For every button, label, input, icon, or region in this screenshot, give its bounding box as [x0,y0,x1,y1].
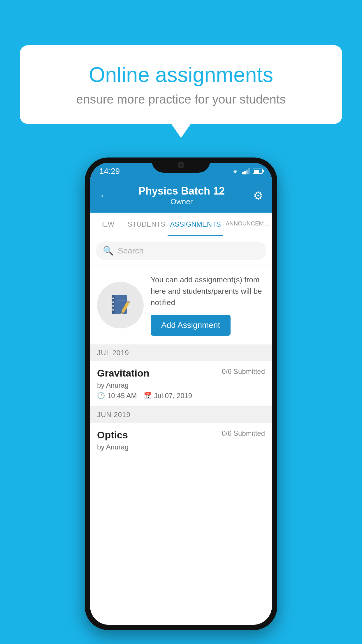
tab-iew[interactable]: IEW [90,213,125,236]
assignment-date-gravitation: 📅 Jul 07, 2019 [144,392,192,400]
clock-icon: 🕐 [97,392,105,400]
assignment-meta-gravitation: 🕐 10:45 AM 📅 Jul 07, 2019 [97,392,265,400]
settings-icon[interactable]: ⚙ [253,189,263,202]
tab-assignments[interactable]: ASSIGNMENTS [168,213,223,236]
speech-bubble-subtitle: ensure more practice for your students [43,92,319,106]
promo-icon-circle [97,282,144,328]
promo-section: You can add assignment(s) from here and … [90,265,272,345]
svg-point-4 [112,305,114,307]
assignment-top-row: Gravitation 0/6 Submitted [97,368,265,379]
back-button[interactable]: ← [99,189,110,202]
signal-bars-icon [242,168,250,174]
phone-container: 14:29 [85,158,277,630]
promo-description: You can add assignment(s) from here and … [151,274,265,308]
phone-screen: 14:29 [90,163,272,625]
speech-bubble-title: Online assignments [43,63,319,87]
status-time: 14:29 [99,167,120,176]
assignment-by-optics: by Anurag [97,443,265,451]
app-header: ← Physics Batch 12 Owner ⚙ [90,180,272,213]
add-assignment-button[interactable]: Add Assignment [151,315,231,336]
notebook-icon [107,292,133,318]
phone-notch [152,158,210,173]
assignment-submitted-gravitation: 0/6 Submitted [222,368,265,376]
batch-title: Physics Batch 12 [138,185,225,197]
search-container: 🔍 Search [90,236,272,265]
status-icons [231,168,263,174]
speech-bubble-container: Online assignments ensure more practice … [20,45,342,124]
assignment-submitted-optics: 0/6 Submitted [222,429,265,438]
tabs-container: IEW STUDENTS ASSIGNMENTS ANNOUNCEM… [90,213,272,236]
calendar-icon: 📅 [144,392,152,400]
tab-students[interactable]: STUDENTS [125,213,168,236]
search-input-wrapper[interactable]: 🔍 Search [96,242,266,260]
phone-camera [178,162,184,168]
assignment-title-gravitation: Gravitation [97,368,149,379]
assignment-title-optics: Optics [97,429,128,441]
assignment-by-gravitation: by Anurag [97,381,265,389]
section-header-jun2019: JUN 2019 [90,407,272,423]
svg-point-3 [112,301,114,303]
header-title-area: Physics Batch 12 Owner [138,185,225,206]
battery-icon [253,169,263,174]
assignment-top-row-optics: Optics 0/6 Submitted [97,429,265,441]
svg-point-2 [112,298,114,299]
search-placeholder: Search [118,246,144,256]
speech-bubble: Online assignments ensure more practice … [20,45,342,124]
promo-content: You can add assignment(s) from here and … [151,274,265,336]
svg-point-5 [112,309,114,311]
phone-body: 14:29 [85,158,277,630]
assignment-time-gravitation: 🕐 10:45 AM [97,392,137,400]
section-header-jul2019: JUL 2019 [90,345,272,361]
search-icon: 🔍 [103,246,114,256]
assignment-item-optics[interactable]: Optics 0/6 Submitted by Anurag [90,423,272,460]
batch-role: Owner [138,197,225,206]
assignment-item-gravitation[interactable]: Gravitation 0/6 Submitted by Anurag 🕐 10… [90,361,272,407]
wifi-icon [231,168,239,174]
tab-announcements[interactable]: ANNOUNCEM… [223,213,272,236]
